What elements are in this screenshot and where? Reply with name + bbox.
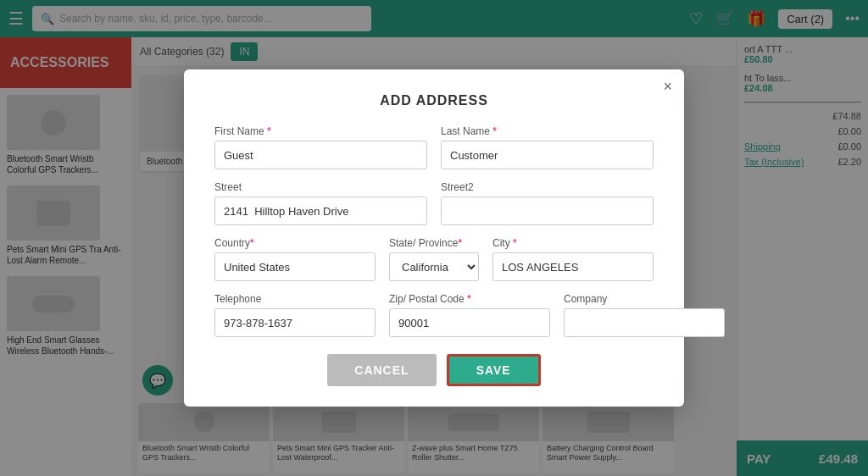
form-row-street: Street Street2 (214, 181, 654, 225)
street2-input[interactable] (441, 196, 654, 225)
last-name-group: Last Name * (441, 125, 654, 169)
country-group: Country* (214, 237, 376, 281)
last-name-label: Last Name * (441, 125, 654, 137)
zip-group: Zip/ Postal Code * (389, 293, 550, 337)
save-button[interactable]: SAVE (447, 354, 541, 386)
zip-input[interactable] (389, 308, 550, 337)
modal-close-button[interactable]: × (663, 78, 672, 96)
company-group: Company (564, 293, 725, 337)
street2-label: Street2 (441, 181, 654, 193)
company-label: Company (564, 293, 725, 305)
modal-actions: CANCEL SAVE (214, 354, 654, 386)
telephone-group: Telephone (214, 293, 376, 337)
city-label: City * (492, 237, 654, 249)
form-row-location: Country* State/ Province* California Cit… (214, 237, 654, 281)
cancel-button[interactable]: CANCEL (327, 354, 436, 386)
city-group: City * (492, 237, 654, 281)
state-label: State/ Province* (389, 237, 479, 249)
first-name-group: First Name * (214, 125, 427, 169)
telephone-label: Telephone (214, 293, 376, 305)
state-select[interactable]: California (389, 252, 479, 281)
country-label: Country* (214, 237, 376, 249)
last-name-input[interactable] (441, 141, 654, 169)
city-input[interactable] (492, 252, 654, 281)
street-input[interactable] (214, 196, 427, 225)
modal-title: ADD ADDRESS (214, 93, 654, 108)
form-row-name: First Name * Last Name * (214, 125, 654, 169)
zip-label: Zip/ Postal Code * (389, 293, 550, 305)
street-label: Street (214, 181, 427, 193)
company-input[interactable] (564, 308, 725, 337)
first-name-input[interactable] (214, 141, 427, 169)
street2-group: Street2 (441, 181, 654, 225)
country-input[interactable] (214, 252, 376, 281)
add-address-modal: × ADD ADDRESS First Name * Last Name * S… (184, 69, 684, 407)
state-group: State/ Province* California (389, 237, 479, 281)
street-group: Street (214, 181, 427, 225)
telephone-input[interactable] (214, 308, 376, 337)
form-row-contact: Telephone Zip/ Postal Code * Company (214, 293, 654, 337)
first-name-label: First Name * (214, 125, 427, 137)
